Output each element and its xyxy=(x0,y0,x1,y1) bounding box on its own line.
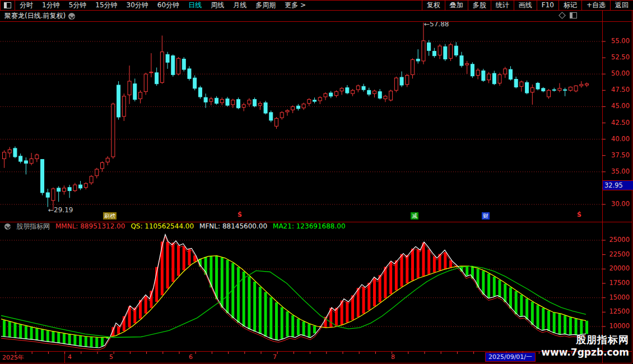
watermark-url: www.7gpzb.com xyxy=(541,347,629,358)
toolbar-item-多周期[interactable]: 多周期 xyxy=(251,1,280,10)
indicator-value-MA21: MA21: 123691688.00 xyxy=(273,222,346,230)
indicator-axis-label: 15000 xyxy=(604,293,630,301)
watermark: 股朋指标网 www.7gpzb.com xyxy=(541,333,629,358)
indicator-axis-label: 25000 xyxy=(604,236,630,244)
title-bar: 聚赛龙(日线.前复权) xyxy=(0,11,602,21)
last-date-badge: 2025/09/01/一 xyxy=(485,352,536,362)
indicator-axis-label: 12500 xyxy=(604,307,630,315)
month-label-4: 4 xyxy=(68,353,72,361)
toolbar-item-更多[interactable]: 更多 > xyxy=(280,1,310,10)
month-label-8: 8 xyxy=(391,353,395,361)
toolbar-item-F10[interactable]: F10 xyxy=(537,1,558,10)
main-chart-area[interactable] xyxy=(0,21,602,222)
indicator-axis-label: 17500 xyxy=(604,279,630,287)
toolbar-item-标记[interactable]: 标记 xyxy=(558,1,581,10)
function-menu: 复权叠加多股统计画线F10标记+自选返回 xyxy=(422,1,633,10)
indicator-value-MMNL: MMNL: 88951312.00 xyxy=(55,222,125,230)
indicator-collapse-icon[interactable] xyxy=(4,223,11,230)
year-label: 2025年 xyxy=(2,353,24,362)
toolbar-item-分时[interactable]: 分时 xyxy=(15,1,38,10)
toolbar-item-15分钟[interactable]: 15分钟 xyxy=(91,1,122,10)
toolbar-item-日线[interactable]: 日线 xyxy=(184,1,206,10)
month-label-7: 7 xyxy=(273,353,277,361)
toolbar-item-30分钟[interactable]: 30分钟 xyxy=(122,1,153,10)
indicator-header: 股朋指标网 MMNL: 88951312.00QS: 110562544.00M… xyxy=(2,222,346,231)
toolbar-item-5分钟[interactable]: 5分钟 xyxy=(64,1,91,10)
top-toolbar: 分时1分钟5分钟15分钟30分钟60分钟日线周线月线多周期更多 > 复权叠加多股… xyxy=(0,0,633,11)
toolbar-item-周线[interactable]: 周线 xyxy=(206,1,229,10)
indicator-value-MFNL: MFNL: 88145600.00 xyxy=(199,222,267,230)
toolbar-item-叠加[interactable]: 叠加 xyxy=(445,1,468,10)
price-highlight-badge: 32.95 xyxy=(603,180,633,190)
month-label-5: 5 xyxy=(109,353,113,361)
indicator-axis-label: 10000 xyxy=(604,322,630,330)
diamond-icon[interactable] xyxy=(558,12,566,19)
toolbar-item-复权[interactable]: 复权 xyxy=(422,1,445,10)
month-label-6: 6 xyxy=(189,353,193,361)
panel-split-icon[interactable] xyxy=(570,12,577,18)
layout-split-icon[interactable] xyxy=(0,1,15,10)
toolbar-item-60分钟[interactable]: 60分钟 xyxy=(153,1,184,10)
indicator-axis-label: 22500 xyxy=(604,250,630,258)
toolbar-item-多股[interactable]: 多股 xyxy=(468,1,491,10)
watermark-site-name: 股朋指标网 xyxy=(541,333,629,347)
toolbar-item-1分钟[interactable]: 1分钟 xyxy=(38,1,64,10)
chart-title: 聚赛龙(日线.前复权) xyxy=(4,11,66,21)
toolbar-item-统计[interactable]: 统计 xyxy=(491,1,514,10)
toolbar-item-月线[interactable]: 月线 xyxy=(229,1,251,10)
app-window: 分时1分钟5分钟15分钟30分钟60分钟日线周线月线多周期更多 > 复权叠加多股… xyxy=(0,0,633,364)
toolbar-item-+自选[interactable]: +自选 xyxy=(581,1,610,10)
date-axis: 2025年 2025/09/01/一 45678 xyxy=(0,352,633,363)
toolbar-item-画线[interactable]: 画线 xyxy=(514,1,537,10)
chevron-down-icon[interactable] xyxy=(68,13,75,20)
toolbar-item-返回[interactable]: 返回 xyxy=(610,1,633,10)
period-menu: 分时1分钟5分钟15分钟30分钟60分钟日线周线月线多周期更多 > xyxy=(0,1,310,10)
indicator-source-label: 股朋指标网 xyxy=(16,222,50,231)
indicator-value-QS: QS: 110562544.00 xyxy=(131,222,194,230)
indicator-chart-area[interactable] xyxy=(0,222,602,351)
indicator-axis-label: 20000 xyxy=(604,264,630,272)
